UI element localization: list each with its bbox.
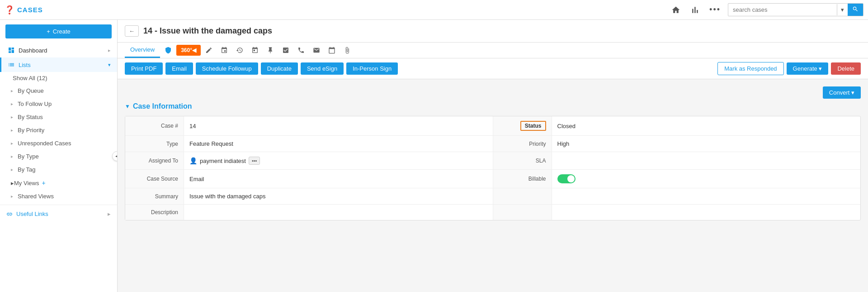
info-col-description-right xyxy=(493,205,861,220)
chart-button[interactable] xyxy=(688,4,702,16)
status-value: Closed xyxy=(552,116,861,135)
tab-overview[interactable]: Overview xyxy=(125,43,160,58)
convert-button[interactable]: Convert ▾ xyxy=(823,86,861,99)
section-chevron-icon[interactable]: ▼ xyxy=(125,103,130,110)
sidebar-item-my-views[interactable]: ▸ My Views + xyxy=(0,176,117,190)
status-badge: Status xyxy=(520,121,546,131)
email-button[interactable]: Email xyxy=(165,62,193,75)
by-type-chevron-icon: ▸ xyxy=(11,154,13,159)
by-queue-chevron-icon: ▸ xyxy=(11,88,13,93)
schedule-followup-button[interactable]: Schedule Followup xyxy=(196,62,258,75)
sidebar-item-dashboard[interactable]: Dashboard ▸ xyxy=(0,43,117,57)
sidebar-item-by-tag[interactable]: ▸ By Tag xyxy=(0,163,117,176)
mark-as-responded-button[interactable]: Mark as Responded xyxy=(717,62,783,75)
to-follow-up-chevron-icon: ▸ xyxy=(11,101,13,106)
sidebar-divider xyxy=(0,205,117,205)
sidebar-item-useful-links[interactable]: Useful Links ▸ xyxy=(0,207,117,221)
sidebar: + Create Dashboard ▸ Lists ▾ Show All (1… xyxy=(0,20,118,292)
summary-label: Summary xyxy=(125,188,184,204)
app-title: CASES xyxy=(17,6,43,14)
sla-value xyxy=(552,152,861,169)
tab-edit[interactable] xyxy=(202,44,216,57)
search-area: ▾ xyxy=(728,3,863,16)
assigned-to-avatar-icon: 👤 xyxy=(189,157,197,164)
sidebar-item-unresponded-cases[interactable]: ▸ Unresponded Cases xyxy=(0,137,117,150)
action-buttons-row: Print PDF Email Schedule Followup Duplic… xyxy=(118,58,868,79)
by-status-chevron-icon: ▸ xyxy=(11,115,13,120)
my-views-chevron-icon: ▸ xyxy=(11,180,14,187)
dashboard-icon xyxy=(8,47,15,54)
case-source-value: Email xyxy=(184,170,493,188)
tab-email[interactable] xyxy=(309,44,324,57)
by-tag-chevron-icon: ▸ xyxy=(11,167,13,172)
case-header: ← 14 - Issue with the damaged caps xyxy=(118,20,868,43)
in-person-sign-button[interactable]: In-Person Sign xyxy=(346,62,398,75)
info-col-summary: Summary Issue with the damaged caps xyxy=(125,188,493,204)
tab-phone[interactable] xyxy=(294,44,308,57)
info-row-case-number-status: Case # 14 Status Closed xyxy=(125,116,860,136)
case-detail: Convert ▾ ▼ Case Information Case # 14 xyxy=(118,79,868,292)
question-circle-icon: ❓ xyxy=(5,5,14,15)
duplicate-button[interactable]: Duplicate xyxy=(261,62,298,75)
tab-calendar[interactable] xyxy=(248,44,262,57)
unresponded-chevron-icon: ▸ xyxy=(11,141,13,146)
sla-label: SLA xyxy=(493,152,552,169)
search-dropdown-button[interactable]: ▾ xyxy=(837,4,848,15)
send-esign-button[interactable]: Send eSign xyxy=(301,62,344,75)
case-source-label: Case Source xyxy=(125,170,184,188)
home-button[interactable] xyxy=(669,4,683,16)
summary-value: Issue with the damaged caps xyxy=(184,188,493,204)
info-col-case-number: Case # 14 xyxy=(125,116,493,135)
info-col-sla: SLA xyxy=(493,152,861,169)
status-label: Status xyxy=(493,116,552,135)
sidebar-item-to-follow-up[interactable]: ▸ To Follow Up xyxy=(0,97,117,110)
tab-history[interactable] xyxy=(232,44,247,57)
shared-views-chevron-icon: ▸ xyxy=(11,194,13,199)
info-col-summary-right xyxy=(493,188,861,204)
useful-links-arrow-icon: ▸ xyxy=(108,211,111,217)
tab-calendar2[interactable] xyxy=(325,44,339,57)
billable-label: Billable xyxy=(493,170,552,188)
content-area: ← 14 - Issue with the damaged caps Overv… xyxy=(118,20,868,292)
tab-checklist[interactable] xyxy=(278,44,293,57)
assigned-to-more-button[interactable]: ••• xyxy=(249,157,260,165)
generate-button[interactable]: Generate ▾ xyxy=(787,62,829,75)
search-submit-button[interactable] xyxy=(848,4,863,16)
sidebar-item-lists[interactable]: Lists ▾ xyxy=(0,57,117,72)
my-views-add-icon[interactable]: + xyxy=(42,179,45,187)
sidebar-item-show-all[interactable]: Show All (12) xyxy=(0,72,117,84)
tab-360[interactable]: 360°◀ xyxy=(176,45,201,56)
top-navigation: ❓ CASES ••• ▾ xyxy=(0,0,868,20)
convert-row: Convert ▾ xyxy=(125,86,861,99)
case-number-label: Case # xyxy=(125,116,184,135)
description-label: Description xyxy=(125,205,184,220)
priority-value: High xyxy=(552,136,861,152)
tab-pin[interactable] xyxy=(263,44,278,57)
tab-shield[interactable] xyxy=(161,44,175,57)
sidebar-item-by-queue[interactable]: ▸ By Queue xyxy=(0,84,117,97)
info-row-summary: Summary Issue with the damaged caps xyxy=(125,188,860,205)
info-row-assigned-sla: Assigned To 👤 payment indiatest ••• SLA xyxy=(125,152,860,170)
case-title: 14 - Issue with the damaged caps xyxy=(143,26,272,36)
tab-attachment[interactable] xyxy=(340,44,354,57)
more-options-button[interactable]: ••• xyxy=(707,3,723,16)
info-col-billable: Billable xyxy=(493,170,861,188)
back-button[interactable]: ← xyxy=(125,25,139,37)
info-col-case-source: Case Source Email xyxy=(125,170,493,188)
tab-schedule[interactable] xyxy=(217,44,231,57)
billable-value xyxy=(552,170,861,188)
print-pdf-button[interactable]: Print PDF xyxy=(125,62,163,75)
sidebar-item-shared-views[interactable]: ▸ Shared Views xyxy=(0,190,117,203)
description-value xyxy=(184,205,493,220)
assigned-to-label: Assigned To xyxy=(125,152,184,169)
type-value: Feature Request xyxy=(184,136,493,152)
sidebar-item-by-status[interactable]: ▸ By Status xyxy=(0,110,117,124)
delete-button[interactable]: Delete xyxy=(831,62,861,75)
create-button[interactable]: + Create xyxy=(5,24,112,38)
info-col-assigned: Assigned To 👤 payment indiatest ••• xyxy=(125,152,493,169)
sidebar-item-by-type[interactable]: ▸ By Type xyxy=(0,150,117,163)
search-input[interactable] xyxy=(728,4,837,15)
sidebar-item-by-priority[interactable]: ▸ By Priority xyxy=(0,124,117,137)
billable-toggle[interactable] xyxy=(557,174,576,183)
info-row-source-billable: Case Source Email Billable xyxy=(125,170,860,188)
